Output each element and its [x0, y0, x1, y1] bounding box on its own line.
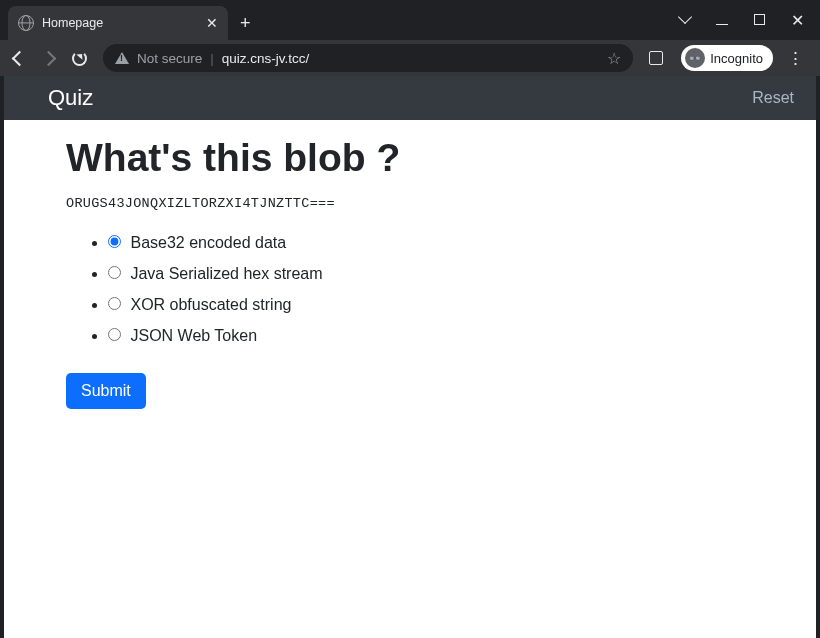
main-content: What's this blob ? ORUGS43JONQXIZLTORZXI…	[4, 120, 816, 425]
globe-icon	[18, 15, 34, 31]
address-bar[interactable]: Not secure | quiz.cns-jv.tcc/ ☆	[103, 44, 633, 72]
browser-tab[interactable]: Homepage ✕	[8, 6, 228, 40]
browser-toolbar: Not secure | quiz.cns-jv.tcc/ ☆ 👓 Incogn…	[0, 40, 820, 76]
option-radio-3[interactable]	[108, 328, 121, 341]
site-navbar: Quiz Reset	[4, 76, 816, 120]
question-heading: What's this blob ?	[66, 136, 754, 180]
option-text: JSON Web Token	[130, 327, 257, 344]
incognito-icon: 👓	[685, 48, 705, 68]
brand-title[interactable]: Quiz	[48, 85, 93, 111]
option-label[interactable]: XOR obfuscated string	[108, 296, 291, 313]
list-item: Base32 encoded data	[108, 227, 754, 258]
option-label[interactable]: Base32 encoded data	[108, 234, 286, 251]
incognito-indicator[interactable]: 👓 Incognito	[681, 45, 773, 71]
not-secure-icon	[115, 52, 129, 64]
extensions-icon[interactable]	[643, 47, 669, 69]
back-button[interactable]	[8, 49, 31, 68]
window-title-bar: Homepage ✕ + ✕	[0, 0, 820, 40]
page-viewport: Quiz Reset What's this blob ? ORUGS43JON…	[4, 76, 816, 638]
option-radio-0[interactable]	[108, 235, 121, 248]
forward-button[interactable]	[37, 49, 60, 68]
option-radio-2[interactable]	[108, 297, 121, 310]
option-label[interactable]: JSON Web Token	[108, 327, 257, 344]
reset-link[interactable]: Reset	[752, 89, 794, 107]
url-text: quiz.cns-jv.tcc/	[222, 51, 599, 66]
close-tab-icon[interactable]: ✕	[206, 16, 218, 30]
tab-strip: Homepage ✕ +	[8, 6, 251, 40]
maximize-button[interactable]	[754, 12, 765, 28]
option-radio-1[interactable]	[108, 266, 121, 279]
option-text: Base32 encoded data	[130, 234, 286, 251]
incognito-label: Incognito	[710, 51, 763, 66]
separator: |	[210, 51, 214, 66]
menu-button[interactable]: ⋮	[779, 48, 812, 69]
chevron-down-icon[interactable]	[680, 12, 690, 28]
submit-button[interactable]: Submit	[66, 373, 146, 409]
window-buttons: ✕	[680, 11, 810, 30]
tab-title: Homepage	[42, 16, 198, 30]
option-label[interactable]: Java Serialized hex stream	[108, 265, 323, 282]
not-secure-label: Not secure	[137, 51, 202, 66]
reload-button[interactable]	[66, 47, 93, 70]
option-text: Java Serialized hex stream	[130, 265, 322, 282]
minimize-button[interactable]	[716, 12, 728, 28]
blob-text: ORUGS43JONQXIZLTORZXI4TJNZTTC===	[66, 196, 754, 211]
option-text: XOR obfuscated string	[130, 296, 291, 313]
list-item: JSON Web Token	[108, 320, 754, 351]
list-item: XOR obfuscated string	[108, 289, 754, 320]
bookmark-star-icon[interactable]: ☆	[607, 49, 621, 68]
list-item: Java Serialized hex stream	[108, 258, 754, 289]
options-list: Base32 encoded data Java Serialized hex …	[66, 227, 754, 351]
close-window-button[interactable]: ✕	[791, 11, 804, 30]
new-tab-button[interactable]: +	[240, 13, 251, 34]
